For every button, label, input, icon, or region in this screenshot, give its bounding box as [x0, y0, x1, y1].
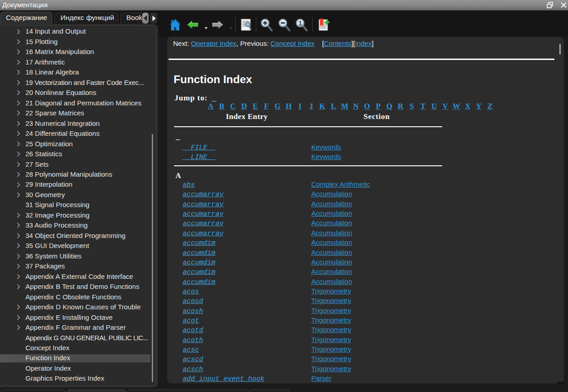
svg-text:1: 1: [299, 20, 302, 27]
